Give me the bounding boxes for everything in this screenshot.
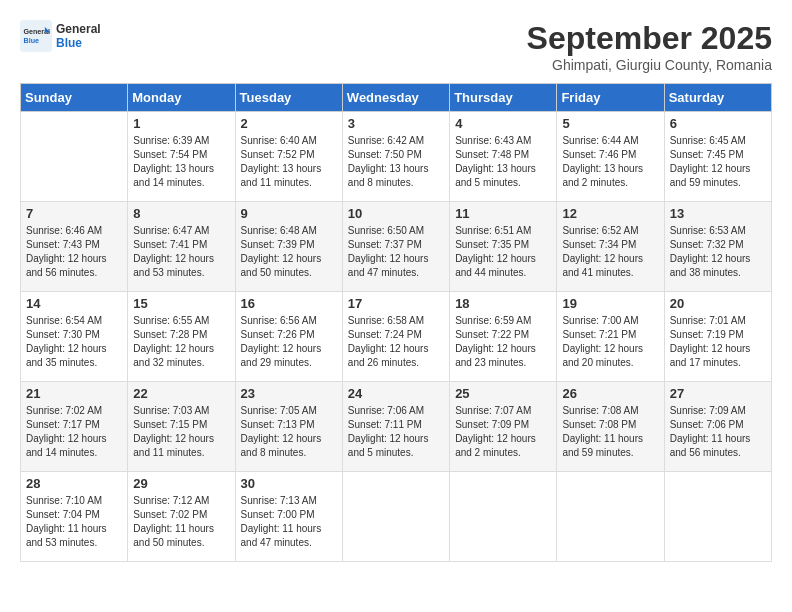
day-cell: 17Sunrise: 6:58 AMSunset: 7:24 PMDayligh… bbox=[342, 292, 449, 382]
day-detail: Sunrise: 6:47 AMSunset: 7:41 PMDaylight:… bbox=[133, 224, 229, 280]
month-title: September 2025 bbox=[527, 20, 772, 57]
title-block: September 2025 Ghimpati, Giurgiu County,… bbox=[527, 20, 772, 73]
day-detail: Sunrise: 6:51 AMSunset: 7:35 PMDaylight:… bbox=[455, 224, 551, 280]
day-detail: Sunrise: 6:55 AMSunset: 7:28 PMDaylight:… bbox=[133, 314, 229, 370]
logo-icon: General Blue bbox=[20, 20, 52, 52]
day-number: 8 bbox=[133, 206, 229, 221]
day-cell bbox=[557, 472, 664, 562]
day-cell: 14Sunrise: 6:54 AMSunset: 7:30 PMDayligh… bbox=[21, 292, 128, 382]
day-number: 11 bbox=[455, 206, 551, 221]
day-cell: 11Sunrise: 6:51 AMSunset: 7:35 PMDayligh… bbox=[450, 202, 557, 292]
day-number: 6 bbox=[670, 116, 766, 131]
location: Ghimpati, Giurgiu County, Romania bbox=[527, 57, 772, 73]
week-row-5: 28Sunrise: 7:10 AMSunset: 7:04 PMDayligh… bbox=[21, 472, 772, 562]
day-cell: 18Sunrise: 6:59 AMSunset: 7:22 PMDayligh… bbox=[450, 292, 557, 382]
day-number: 12 bbox=[562, 206, 658, 221]
day-detail: Sunrise: 7:05 AMSunset: 7:13 PMDaylight:… bbox=[241, 404, 337, 460]
day-cell: 15Sunrise: 6:55 AMSunset: 7:28 PMDayligh… bbox=[128, 292, 235, 382]
weekday-header-thursday: Thursday bbox=[450, 84, 557, 112]
day-cell: 27Sunrise: 7:09 AMSunset: 7:06 PMDayligh… bbox=[664, 382, 771, 472]
day-number: 25 bbox=[455, 386, 551, 401]
day-cell: 5Sunrise: 6:44 AMSunset: 7:46 PMDaylight… bbox=[557, 112, 664, 202]
day-detail: Sunrise: 6:56 AMSunset: 7:26 PMDaylight:… bbox=[241, 314, 337, 370]
svg-text:Blue: Blue bbox=[24, 37, 39, 45]
weekday-header-saturday: Saturday bbox=[664, 84, 771, 112]
day-detail: Sunrise: 6:50 AMSunset: 7:37 PMDaylight:… bbox=[348, 224, 444, 280]
day-detail: Sunrise: 7:12 AMSunset: 7:02 PMDaylight:… bbox=[133, 494, 229, 550]
day-cell: 4Sunrise: 6:43 AMSunset: 7:48 PMDaylight… bbox=[450, 112, 557, 202]
day-number: 1 bbox=[133, 116, 229, 131]
day-number: 7 bbox=[26, 206, 122, 221]
day-number: 14 bbox=[26, 296, 122, 311]
day-number: 27 bbox=[670, 386, 766, 401]
day-detail: Sunrise: 6:44 AMSunset: 7:46 PMDaylight:… bbox=[562, 134, 658, 190]
day-cell bbox=[342, 472, 449, 562]
day-number: 15 bbox=[133, 296, 229, 311]
weekday-header-row: SundayMondayTuesdayWednesdayThursdayFrid… bbox=[21, 84, 772, 112]
day-cell bbox=[21, 112, 128, 202]
day-number: 24 bbox=[348, 386, 444, 401]
day-detail: Sunrise: 7:10 AMSunset: 7:04 PMDaylight:… bbox=[26, 494, 122, 550]
day-cell: 1Sunrise: 6:39 AMSunset: 7:54 PMDaylight… bbox=[128, 112, 235, 202]
logo-blue-text: Blue bbox=[56, 36, 101, 50]
day-detail: Sunrise: 6:45 AMSunset: 7:45 PMDaylight:… bbox=[670, 134, 766, 190]
day-detail: Sunrise: 6:58 AMSunset: 7:24 PMDaylight:… bbox=[348, 314, 444, 370]
weekday-header-monday: Monday bbox=[128, 84, 235, 112]
weekday-header-friday: Friday bbox=[557, 84, 664, 112]
day-number: 5 bbox=[562, 116, 658, 131]
week-row-2: 7Sunrise: 6:46 AMSunset: 7:43 PMDaylight… bbox=[21, 202, 772, 292]
day-cell: 21Sunrise: 7:02 AMSunset: 7:17 PMDayligh… bbox=[21, 382, 128, 472]
week-row-3: 14Sunrise: 6:54 AMSunset: 7:30 PMDayligh… bbox=[21, 292, 772, 382]
day-number: 9 bbox=[241, 206, 337, 221]
day-number: 17 bbox=[348, 296, 444, 311]
day-detail: Sunrise: 6:53 AMSunset: 7:32 PMDaylight:… bbox=[670, 224, 766, 280]
day-detail: Sunrise: 7:00 AMSunset: 7:21 PMDaylight:… bbox=[562, 314, 658, 370]
day-number: 26 bbox=[562, 386, 658, 401]
day-cell: 28Sunrise: 7:10 AMSunset: 7:04 PMDayligh… bbox=[21, 472, 128, 562]
day-detail: Sunrise: 7:03 AMSunset: 7:15 PMDaylight:… bbox=[133, 404, 229, 460]
day-cell: 16Sunrise: 6:56 AMSunset: 7:26 PMDayligh… bbox=[235, 292, 342, 382]
day-cell: 23Sunrise: 7:05 AMSunset: 7:13 PMDayligh… bbox=[235, 382, 342, 472]
day-detail: Sunrise: 6:42 AMSunset: 7:50 PMDaylight:… bbox=[348, 134, 444, 190]
week-row-4: 21Sunrise: 7:02 AMSunset: 7:17 PMDayligh… bbox=[21, 382, 772, 472]
weekday-header-sunday: Sunday bbox=[21, 84, 128, 112]
day-cell bbox=[450, 472, 557, 562]
day-number: 2 bbox=[241, 116, 337, 131]
day-detail: Sunrise: 7:06 AMSunset: 7:11 PMDaylight:… bbox=[348, 404, 444, 460]
day-detail: Sunrise: 7:09 AMSunset: 7:06 PMDaylight:… bbox=[670, 404, 766, 460]
day-cell: 9Sunrise: 6:48 AMSunset: 7:39 PMDaylight… bbox=[235, 202, 342, 292]
day-number: 30 bbox=[241, 476, 337, 491]
day-cell: 26Sunrise: 7:08 AMSunset: 7:08 PMDayligh… bbox=[557, 382, 664, 472]
day-detail: Sunrise: 6:48 AMSunset: 7:39 PMDaylight:… bbox=[241, 224, 337, 280]
day-cell bbox=[664, 472, 771, 562]
day-number: 21 bbox=[26, 386, 122, 401]
day-detail: Sunrise: 7:01 AMSunset: 7:19 PMDaylight:… bbox=[670, 314, 766, 370]
day-number: 13 bbox=[670, 206, 766, 221]
weekday-header-wednesday: Wednesday bbox=[342, 84, 449, 112]
day-detail: Sunrise: 7:07 AMSunset: 7:09 PMDaylight:… bbox=[455, 404, 551, 460]
day-cell: 30Sunrise: 7:13 AMSunset: 7:00 PMDayligh… bbox=[235, 472, 342, 562]
day-cell: 2Sunrise: 6:40 AMSunset: 7:52 PMDaylight… bbox=[235, 112, 342, 202]
day-cell: 6Sunrise: 6:45 AMSunset: 7:45 PMDaylight… bbox=[664, 112, 771, 202]
calendar-table: SundayMondayTuesdayWednesdayThursdayFrid… bbox=[20, 83, 772, 562]
day-number: 20 bbox=[670, 296, 766, 311]
day-detail: Sunrise: 6:40 AMSunset: 7:52 PMDaylight:… bbox=[241, 134, 337, 190]
day-number: 10 bbox=[348, 206, 444, 221]
day-cell: 19Sunrise: 7:00 AMSunset: 7:21 PMDayligh… bbox=[557, 292, 664, 382]
logo: General Blue General Blue bbox=[20, 20, 101, 52]
week-row-1: 1Sunrise: 6:39 AMSunset: 7:54 PMDaylight… bbox=[21, 112, 772, 202]
day-number: 18 bbox=[455, 296, 551, 311]
day-cell: 13Sunrise: 6:53 AMSunset: 7:32 PMDayligh… bbox=[664, 202, 771, 292]
day-number: 4 bbox=[455, 116, 551, 131]
day-detail: Sunrise: 6:39 AMSunset: 7:54 PMDaylight:… bbox=[133, 134, 229, 190]
day-detail: Sunrise: 6:54 AMSunset: 7:30 PMDaylight:… bbox=[26, 314, 122, 370]
day-detail: Sunrise: 7:13 AMSunset: 7:00 PMDaylight:… bbox=[241, 494, 337, 550]
day-cell: 25Sunrise: 7:07 AMSunset: 7:09 PMDayligh… bbox=[450, 382, 557, 472]
day-number: 28 bbox=[26, 476, 122, 491]
day-cell: 7Sunrise: 6:46 AMSunset: 7:43 PMDaylight… bbox=[21, 202, 128, 292]
day-cell: 29Sunrise: 7:12 AMSunset: 7:02 PMDayligh… bbox=[128, 472, 235, 562]
weekday-header-tuesday: Tuesday bbox=[235, 84, 342, 112]
day-number: 19 bbox=[562, 296, 658, 311]
day-cell: 24Sunrise: 7:06 AMSunset: 7:11 PMDayligh… bbox=[342, 382, 449, 472]
day-detail: Sunrise: 6:43 AMSunset: 7:48 PMDaylight:… bbox=[455, 134, 551, 190]
